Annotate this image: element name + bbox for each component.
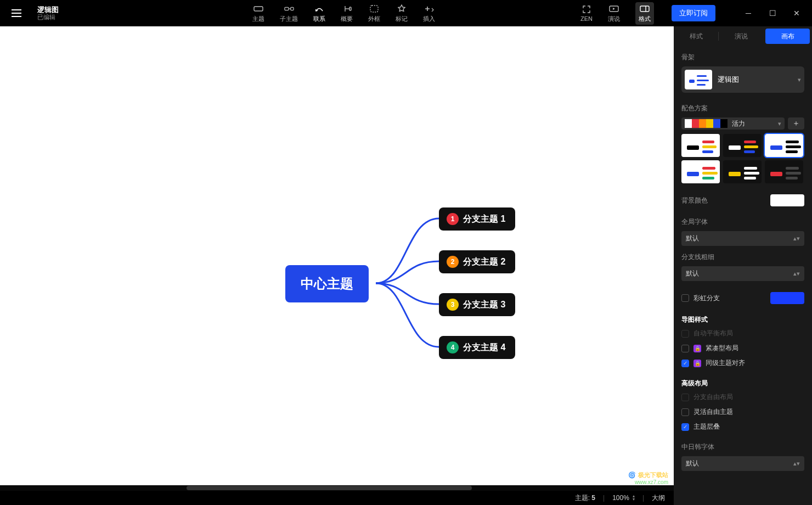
compact-checkbox[interactable] (681, 345, 689, 352)
branch-width-select[interactable]: 默认 ▴▾ (681, 266, 804, 281)
structure-thumb (685, 70, 712, 89)
add-scheme-button[interactable]: ＋ (788, 117, 804, 130)
chevron-down-icon: ▾ (778, 120, 781, 127)
scrollbar-thumb[interactable] (187, 486, 472, 490)
window-close[interactable]: ✕ (790, 7, 803, 20)
document-title: 逻辑图 (37, 5, 59, 14)
lock-icon: 🔒 (693, 345, 701, 352)
document-status: 已编辑 (37, 14, 59, 21)
theme-option-4[interactable] (681, 160, 720, 183)
window-controls: ─ ☐ ✕ (742, 7, 803, 20)
watermark: 🌀极光下载站 www.xz7.com (628, 471, 668, 485)
auto-balance-checkbox (681, 330, 689, 338)
rainbow-checkbox[interactable] (681, 294, 689, 302)
tab-canvas[interactable]: 画布 (765, 29, 810, 44)
lock-icon: 🔒 (693, 360, 701, 367)
scheme-swatches (685, 119, 728, 128)
format-icon (640, 4, 650, 14)
topic-count: 主题: 5 (575, 493, 595, 503)
insert-icon (424, 4, 434, 14)
theme-option-3[interactable] (765, 134, 803, 157)
subscribe-button[interactable]: 立即订阅 (672, 5, 715, 21)
stepper-icon: ▴▾ (793, 235, 800, 242)
branch-topic-3[interactable]: 3 分支主题 3 (439, 293, 515, 316)
global-font-select[interactable]: 默认 ▴▾ (681, 231, 804, 246)
window-minimize[interactable]: ─ (742, 7, 755, 20)
structure-select[interactable]: 逻辑图 ▾ (681, 66, 804, 93)
watermark-logo-icon: 🌀 (628, 472, 636, 479)
summary-icon (342, 4, 352, 14)
theme-grid (681, 134, 804, 183)
zoom-control[interactable]: 100% ▴▾ (612, 494, 635, 502)
global-font-label: 全局字体 (681, 217, 804, 227)
advanced-layout-label: 高级布局 (681, 379, 804, 388)
marker-icon (397, 4, 407, 14)
tool-insert[interactable]: 插入 (423, 4, 435, 23)
align-siblings-checkbox[interactable]: ✓ (681, 360, 689, 367)
app-menu-button[interactable] (9, 5, 24, 21)
branch-topic-1[interactable]: 1 分支主题 1 (439, 207, 515, 231)
relation-icon (314, 4, 324, 14)
branch-topic-2[interactable]: 2 分支主题 2 (439, 250, 515, 273)
tab-style[interactable]: 样式 (674, 26, 718, 46)
branch-badge-4: 4 (447, 341, 459, 354)
stepper-icon: ▴▾ (793, 460, 800, 467)
cjk-font-label: 中日韩字体 (681, 442, 804, 452)
status-bar: 主题: 5 | 100% ▴▾ | 大纲 (0, 491, 674, 505)
svg-rect-2 (290, 7, 293, 10)
map-style-label: 导图样式 (681, 315, 804, 324)
theme-option-1[interactable] (681, 134, 720, 157)
pitch-icon (609, 4, 619, 14)
scheme-label: 配色方案 (681, 104, 804, 113)
canvas[interactable]: 中心主题 1 分支主题 1 2 分支主题 2 3 分支主题 3 4 分支主题 4 (0, 26, 674, 505)
tool-theme[interactable]: 主题 (252, 4, 264, 23)
svg-rect-0 (254, 7, 263, 11)
boundary-icon (369, 4, 379, 14)
tab-pitch[interactable]: 演说 (719, 26, 763, 46)
theme-option-6[interactable] (765, 160, 803, 183)
tool-subtopic[interactable]: 子主题 (280, 4, 298, 23)
branch-badge-1: 1 (447, 213, 459, 225)
scheme-select[interactable]: 活力 ▾ (681, 117, 785, 130)
titlebar: 逻辑图 已编辑 主题 子主题 联系 概要 外框 标记 (0, 0, 812, 26)
svg-rect-6 (640, 6, 649, 12)
branch-width-label: 分支线粗细 (681, 252, 804, 262)
theme-option-2[interactable] (723, 134, 762, 157)
subtopic-icon (284, 4, 294, 14)
panel-tabs: 样式 演说 画布 (674, 26, 812, 46)
theme-icon (253, 4, 263, 14)
zen-icon (582, 4, 591, 14)
branch-topic-4[interactable]: 4 分支主题 4 (439, 336, 515, 359)
tool-boundary[interactable]: 外框 (368, 4, 380, 23)
bg-color-label: 背景颜色 (681, 196, 708, 205)
tool-format[interactable]: 格式 (635, 2, 654, 25)
branch-badge-2: 2 (447, 256, 459, 268)
structure-label: 骨架 (681, 53, 804, 62)
free-topic-checkbox[interactable] (681, 408, 689, 416)
central-topic[interactable]: 中心主题 (285, 265, 369, 302)
tool-summary[interactable]: 概要 (341, 4, 353, 23)
tool-marker[interactable]: 标记 (396, 4, 408, 23)
svg-rect-1 (284, 7, 288, 10)
rainbow-color-picker[interactable] (770, 292, 804, 304)
horizontal-scrollbar[interactable] (0, 485, 674, 491)
branch-badge-3: 3 (447, 299, 459, 311)
outline-toggle[interactable]: 大纲 (652, 493, 665, 503)
toolbar-right: ZEN 演说 格式 立即订阅 ─ ☐ ✕ (580, 0, 808, 26)
zoom-stepper-icon[interactable]: ▴▾ (633, 495, 635, 501)
tool-zen[interactable]: ZEN (580, 4, 593, 22)
tool-relation[interactable]: 联系 (313, 4, 325, 23)
theme-option-5[interactable] (723, 160, 762, 183)
cjk-font-select[interactable]: 默认 ▴▾ (681, 456, 804, 471)
free-branch-checkbox (681, 394, 689, 401)
svg-rect-3 (349, 7, 351, 10)
svg-rect-4 (370, 5, 378, 12)
document-info: 逻辑图 已编辑 (37, 5, 59, 21)
window-maximize[interactable]: ☐ (766, 7, 779, 20)
bg-color-picker[interactable] (770, 194, 804, 206)
toolbar-center: 主题 子主题 联系 概要 外框 标记 插入 (252, 0, 435, 26)
format-panel: 样式 演说 画布 骨架 逻辑图 ▾ (674, 26, 812, 505)
overlap-checkbox[interactable]: ✓ (681, 423, 689, 431)
stepper-icon: ▴▾ (793, 270, 800, 277)
tool-pitch[interactable]: 演说 (608, 4, 620, 23)
